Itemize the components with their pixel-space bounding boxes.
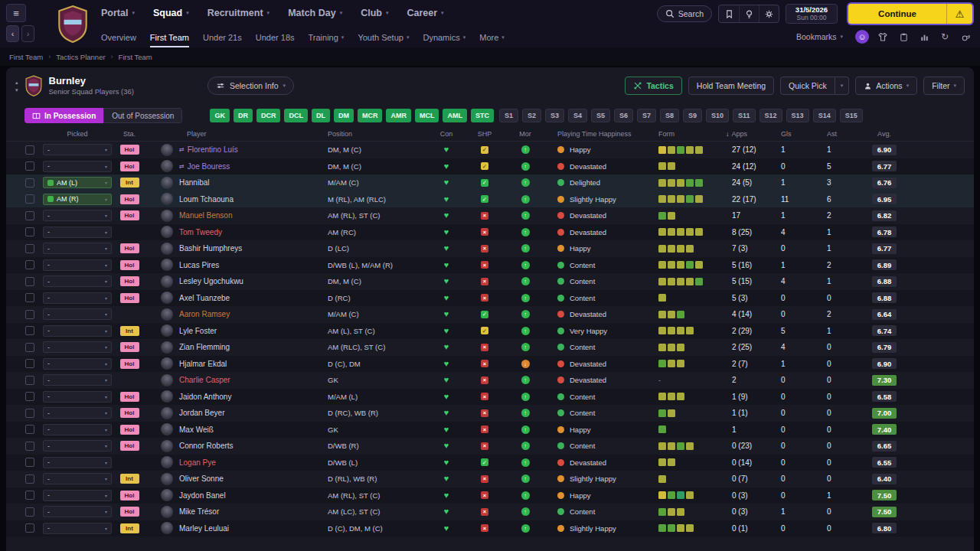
subnav-item-overview[interactable]: Overview <box>101 28 136 47</box>
row-checkbox[interactable] <box>25 458 34 467</box>
date-widget[interactable]: 31/5/2026 Sun 00:00 <box>786 4 838 24</box>
row-checkbox[interactable] <box>25 145 34 155</box>
table-row[interactable]: -▾HolConnor RobertsD/WB (R)♥×↑Content0 (… <box>6 438 974 455</box>
collapse-down-button[interactable]: ▾ <box>15 86 18 93</box>
header-apps[interactable]: ↓ Apps <box>726 127 772 141</box>
slot-chip-s2[interactable]: S2 <box>522 109 541 122</box>
player-name[interactable]: Lesley Ugochukwu <box>179 277 243 285</box>
slot-chip-s1[interactable]: S1 <box>499 109 518 122</box>
selection-info-dropdown[interactable]: Selection Info ▾ <box>207 77 294 95</box>
player-name[interactable]: Oliver Sonne <box>179 474 224 483</box>
position-chip-dcr[interactable]: DCR <box>256 109 281 122</box>
table-row[interactable]: -▾IntOliver SonneD (RL), WB (R)♥×↑Slight… <box>6 471 974 487</box>
picked-dropdown[interactable]: -▾ <box>43 523 112 534</box>
table-row[interactable]: AM (L)▾IntHannibalM/AM (C)♥✓↑Delighted24… <box>6 174 974 191</box>
slot-chip-s12[interactable]: S12 <box>760 109 782 122</box>
picked-dropdown[interactable]: -▾ <box>43 506 112 517</box>
row-checkbox[interactable] <box>25 326 34 335</box>
slot-chip-s13[interactable]: S13 <box>786 109 809 122</box>
header-position[interactable]: Position <box>322 127 429 141</box>
position-chip-aml[interactable]: AML <box>443 109 467 122</box>
nav-item-portal[interactable]: Portal▾ <box>101 8 135 18</box>
player-name[interactable]: ⇄Joe Bouress <box>179 162 230 171</box>
breadcrumb-item[interactable]: Tactics Planner <box>56 53 105 61</box>
picked-dropdown[interactable]: -▾ <box>43 161 112 172</box>
quick-pick-dropdown[interactable]: ▾ <box>835 77 850 95</box>
row-checkbox[interactable] <box>25 260 34 269</box>
picked-dropdown[interactable]: -▾ <box>43 490 112 501</box>
table-row[interactable]: -▾IntMarley LeuluaiD (C), DM, M (C)♥×↑Sl… <box>6 520 974 537</box>
picked-dropdown[interactable]: -▾ <box>43 210 112 221</box>
row-checkbox[interactable] <box>25 507 34 517</box>
picked-dropdown[interactable]: -▾ <box>43 259 112 271</box>
filter-button[interactable]: Filter ▾ <box>923 77 965 95</box>
row-checkbox[interactable] <box>25 425 34 434</box>
player-name[interactable]: Axel Tuanzebe <box>179 294 230 302</box>
slot-chip-s5[interactable]: S5 <box>591 109 610 122</box>
header-avg[interactable]: Avg. <box>858 127 911 141</box>
table-row[interactable]: AM (R)▾HolLoum TchaounaM (RL), AM (RLC)♥… <box>6 191 974 208</box>
row-checkbox[interactable] <box>25 194 34 204</box>
player-name[interactable]: Aaron Ramsey <box>179 310 230 318</box>
table-row[interactable]: -▾HolLesley UgochukwuDM, M (C)♥×↑Content… <box>6 273 974 290</box>
row-checkbox[interactable] <box>25 277 34 286</box>
subnav-item-training[interactable]: Training▾ <box>309 28 345 47</box>
picked-dropdown[interactable]: -▾ <box>43 227 112 238</box>
picked-dropdown[interactable]: -▾ <box>43 473 112 484</box>
settings-button[interactable] <box>759 5 779 22</box>
nav-item-career[interactable]: Career▾ <box>407 8 443 18</box>
subnav-item-under-18s[interactable]: Under 18s <box>256 28 295 47</box>
kit-button[interactable] <box>876 30 890 44</box>
position-chip-dm[interactable]: DM <box>334 109 354 122</box>
back-button[interactable]: ‹ <box>6 25 19 42</box>
table-row[interactable]: -▾Hol⇄Joe BouressDM, M (C)♥✓↑Devastated2… <box>6 158 974 175</box>
header-picked[interactable]: Picked <box>40 127 115 141</box>
table-row[interactable]: -▾HolMike TrésorAM (LC), ST (C)♥×↑Conten… <box>6 504 974 520</box>
player-name[interactable]: Logan Pye <box>179 458 216 467</box>
subnav-item-dynamics[interactable]: Dynamics▾ <box>423 28 466 47</box>
table-row[interactable]: -▾Aaron RamseyM/AM (C)♥✓↑Devastated4 (14… <box>6 306 974 323</box>
tactics-button[interactable]: Tactics <box>625 77 681 95</box>
quick-pick-button[interactable]: Quick Pick <box>780 77 835 95</box>
picked-dropdown[interactable]: -▾ <box>43 144 112 155</box>
picked-dropdown[interactable]: -▾ <box>43 292 112 304</box>
picked-dropdown[interactable]: -▾ <box>43 358 112 370</box>
slot-chip-s3[interactable]: S3 <box>545 109 564 122</box>
table-row[interactable]: -▾Charlie CasperGK♥×↑Devastated-2007.30 <box>6 372 974 389</box>
table-row[interactable]: -▾HolJaidon AnthonyM/AM (L)♥×↑Content1 (… <box>6 389 974 406</box>
slot-chip-s14[interactable]: S14 <box>813 109 836 122</box>
slot-chip-s10[interactable]: S10 <box>706 109 729 122</box>
slot-chip-s4[interactable]: S4 <box>568 109 587 122</box>
player-name[interactable]: Manuel Benson <box>179 211 233 220</box>
subnav-item-first-team[interactable]: First Team <box>150 28 189 47</box>
row-checkbox[interactable] <box>25 359 34 368</box>
table-row[interactable]: -▾Logan PyeD/WB (L)♥✓↑Devastated0 (14)00… <box>6 455 974 471</box>
table-row[interactable]: -▾Hol⇄Florentino LuísDM, M (C)♥✓↑Happy27… <box>6 142 974 158</box>
menu-button[interactable]: ≡ <box>6 4 26 22</box>
row-checkbox[interactable] <box>25 227 34 236</box>
hold-team-meeting-button[interactable]: Hold Team Meeting <box>688 77 774 95</box>
picked-dropdown[interactable]: AM (L)▾ <box>43 177 112 188</box>
header-morale[interactable]: Mor <box>505 127 545 141</box>
player-name[interactable]: Marley Leuluai <box>179 524 229 533</box>
row-checkbox[interactable] <box>25 293 34 302</box>
subnav-item-under-21s[interactable]: Under 21s <box>203 28 242 47</box>
position-chip-dl[interactable]: DL <box>312 109 330 122</box>
in-possession-tab[interactable]: In Possession <box>24 108 103 123</box>
notes-button[interactable] <box>897 30 910 44</box>
nav-item-recruitment[interactable]: Recruitment▾ <box>207 8 270 18</box>
breadcrumb-item[interactable]: First Team <box>119 53 152 61</box>
picked-dropdown[interactable]: -▾ <box>43 407 112 419</box>
position-chip-stc[interactable]: STC <box>471 109 494 122</box>
slot-chip-s6[interactable]: S6 <box>614 109 633 122</box>
table-row[interactable]: -▾HolZian FlemmingAM (RLC), ST (C)♥×↑Con… <box>6 339 974 356</box>
player-name[interactable]: Hannibal <box>179 178 209 187</box>
slot-chip-s8[interactable]: S8 <box>660 109 679 122</box>
picked-dropdown[interactable]: -▾ <box>43 374 112 386</box>
nav-item-club[interactable]: Club▾ <box>361 8 388 18</box>
player-name[interactable]: ⇄Florentino Luís <box>179 145 238 154</box>
player-name[interactable]: Jaidon Anthony <box>179 393 231 401</box>
subnav-item-more[interactable]: More▾ <box>479 28 505 47</box>
row-checkbox[interactable] <box>25 161 34 171</box>
collapse-up-button[interactable]: ▴ <box>15 79 18 86</box>
